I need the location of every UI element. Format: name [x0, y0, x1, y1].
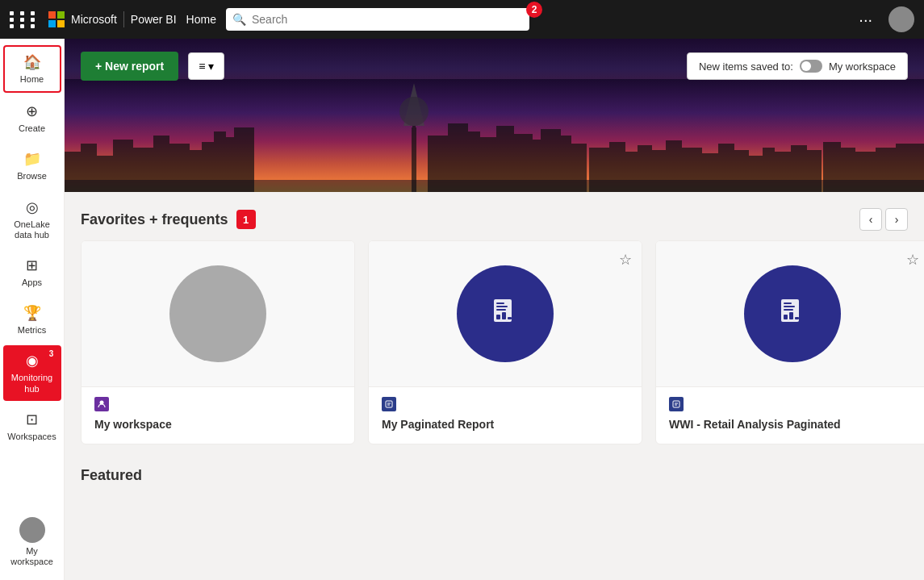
onelake-icon: ◎: [26, 198, 39, 216]
more-options-button[interactable]: ···: [852, 7, 879, 32]
featured-section: Featured: [65, 461, 924, 494]
sidebar-my-workspace-label: My workspace: [6, 546, 58, 567]
workspace-badge: New items saved to: My workspace: [687, 52, 908, 80]
workspace-toggle[interactable]: [800, 60, 822, 73]
svg-rect-54: [502, 312, 506, 319]
app-layout: 🏠 Home ⊕ Create 📁 Browse ◎ OneLake data …: [0, 39, 924, 580]
card-wwi-retail[interactable]: ☆: [655, 240, 924, 444]
card-top-my-workspace: [82, 241, 354, 386]
card-top-wwi: ☆: [656, 241, 924, 386]
favorites-badge: 1: [236, 210, 256, 229]
section-header: Favorites + frequents 1 ‹ ›: [65, 192, 924, 240]
product-name: Power BI: [131, 13, 177, 26]
section-nav: ‹ ›: [859, 208, 908, 231]
report-icon-1: [487, 296, 523, 332]
brand: Microsoft Power BI: [48, 11, 177, 27]
topbar: Microsoft Power BI Home 🔍 2 ···: [0, 0, 924, 39]
sidebar-item-browse[interactable]: 📁 Browse: [3, 144, 61, 188]
report-circle-1: [457, 265, 554, 362]
search-container: 🔍 2: [226, 8, 529, 31]
sidebar-item-create[interactable]: ⊕ Create: [3, 96, 61, 140]
svg-rect-47: [65, 180, 924, 192]
card-bottom-wwi: WWI - Retail Analysis Paginated: [656, 386, 924, 444]
sidebar-create-label: Create: [19, 123, 45, 134]
user-avatar[interactable]: [888, 6, 914, 32]
sidebar-item-home[interactable]: 🏠 Home: [3, 45, 61, 93]
favorites-cards-grid: My workspace ☆: [65, 240, 924, 461]
workspace-text: New items saved to:: [699, 61, 793, 73]
hero-controls: + New report ≡ ▾ New items saved to: My …: [65, 39, 924, 94]
favorites-title: Favorites + frequents: [81, 211, 228, 228]
svg-rect-60: [784, 303, 792, 304]
sidebar-metrics-label: Metrics: [18, 325, 46, 336]
workspace-name: My workspace: [829, 61, 896, 73]
svg-rect-52: [496, 309, 506, 311]
brand-divider: [123, 11, 124, 27]
sidebar-bottom: My workspace: [3, 511, 61, 574]
report-type-icon-2: [669, 397, 684, 411]
page-name: Home: [186, 13, 216, 26]
city-skyline-svg: [65, 79, 924, 192]
sidebar-apps-label: Apps: [22, 277, 42, 288]
card-bottom-paginated: My Paginated Report: [369, 386, 642, 444]
card-bottom-my-workspace: My workspace: [82, 386, 354, 444]
filter-chevron: ▾: [208, 60, 214, 73]
svg-rect-55: [508, 317, 512, 319]
waffle-menu[interactable]: [10, 11, 39, 28]
card-name-my-workspace: My workspace: [94, 418, 341, 431]
sidebar-workspaces-label: Workspaces: [7, 432, 56, 442]
workspace-circle: [169, 265, 266, 362]
microsoft-logo: [48, 11, 65, 27]
filter-button[interactable]: ≡ ▾: [188, 52, 224, 80]
sidebar-item-apps[interactable]: ⊞ Apps: [3, 250, 61, 294]
sidebar-home-label: Home: [20, 74, 44, 85]
search-input[interactable]: [226, 8, 529, 31]
filter-icon: ≡: [199, 60, 205, 73]
search-icon: 🔍: [232, 13, 246, 26]
new-report-button[interactable]: + New report: [81, 52, 178, 81]
svg-rect-64: [789, 312, 793, 319]
svg-rect-50: [496, 303, 504, 304]
card-name-paginated: My Paginated Report: [382, 418, 629, 431]
featured-title: Featured: [81, 467, 908, 484]
main-content: + New report ≡ ▾ New items saved to: My …: [65, 39, 924, 580]
workspace-type-icon: [94, 397, 109, 411]
sidebar-item-onelake[interactable]: ◎ OneLake data hub: [3, 192, 61, 247]
brand-name: Microsoft: [71, 13, 117, 26]
card-paginated-report[interactable]: ☆: [368, 240, 642, 444]
report-type-icon-1: [382, 397, 396, 411]
nav-next-button[interactable]: ›: [885, 208, 908, 231]
sidebar-browse-label: Browse: [17, 171, 47, 182]
svg-rect-66: [673, 401, 679, 407]
svg-rect-53: [496, 315, 500, 319]
svg-point-15: [399, 97, 429, 126]
card-type-badge-3: [669, 397, 916, 411]
workspaces-icon: ⊡: [26, 411, 38, 428]
sidebar-item-monitoring[interactable]: ◉ Monitoring hub 3: [3, 345, 61, 400]
star-icon-1[interactable]: ☆: [619, 251, 632, 269]
create-icon: ⊕: [26, 102, 38, 120]
metrics-icon: 🏆: [23, 304, 41, 322]
my-workspace-avatar: [19, 517, 45, 543]
svg-rect-63: [784, 315, 788, 319]
nav-prev-button[interactable]: ‹: [859, 208, 882, 231]
star-icon-2[interactable]: ☆: [906, 251, 919, 269]
svg-rect-56: [386, 401, 392, 407]
svg-rect-65: [795, 317, 799, 319]
sidebar-item-metrics[interactable]: 🏆 Metrics: [3, 298, 61, 342]
report-icon-2: [775, 296, 810, 332]
report-circle-2: [744, 265, 841, 362]
home-icon: 🏠: [23, 53, 41, 71]
hero-banner: + New report ≡ ▾ New items saved to: My …: [65, 39, 924, 192]
apps-icon: ⊞: [26, 257, 38, 274]
sidebar-item-workspaces[interactable]: ⊡ Workspaces: [3, 404, 61, 449]
svg-rect-51: [496, 306, 508, 307]
sidebar-item-my-workspace[interactable]: My workspace: [3, 511, 61, 574]
card-name-wwi: WWI - Retail Analysis Paginated: [669, 418, 916, 431]
card-type-badge: [94, 397, 341, 411]
card-type-badge-2: [382, 397, 629, 411]
card-top-paginated: ☆: [369, 241, 642, 386]
svg-rect-61: [784, 306, 795, 307]
card-my-workspace[interactable]: My workspace: [81, 240, 355, 444]
svg-rect-62: [784, 309, 793, 311]
